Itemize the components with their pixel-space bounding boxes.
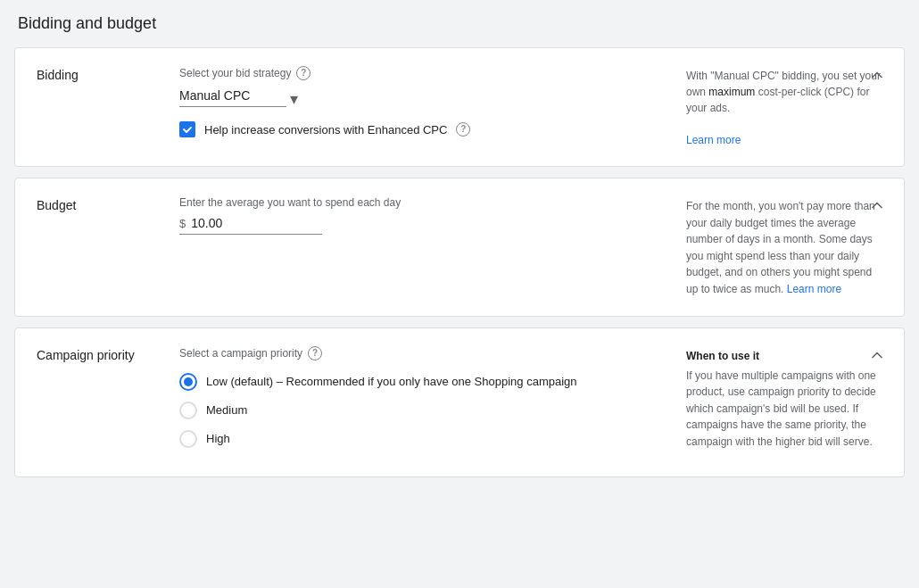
campaign-priority-content: Select a campaign priority ? Low (defaul… (179, 346, 686, 459)
bidding-help: With "Manual CPC" bidding, you set your … (686, 66, 882, 148)
bid-strategy-dropdown[interactable]: Manual CPC ▾ (179, 86, 665, 109)
radio-low-inner (184, 377, 193, 386)
priority-option-medium[interactable]: Medium (179, 402, 665, 419)
campaign-priority-help: When to use it If you have multiple camp… (686, 346, 882, 451)
priority-option-high-label: High (206, 432, 230, 445)
budget-card: Budget Enter the average you want to spe… (14, 178, 905, 317)
radio-high-outer (179, 430, 197, 448)
bid-strategy-arrow-icon: ▾ (290, 89, 298, 109)
bidding-collapse-button[interactable] (865, 62, 890, 87)
enhanced-cpc-row: Help increase conversions with Enhanced … (179, 121, 665, 137)
bid-strategy-label-row: Select your bid strategy ? (179, 66, 665, 80)
budget-input-wrapper[interactable]: $ 10.00 (179, 216, 322, 235)
budget-help: For the month, you won't pay more than y… (686, 196, 882, 298)
budget-learn-more-link[interactable]: Learn more (787, 283, 841, 295)
budget-collapse-button[interactable] (865, 193, 890, 218)
radio-medium-outer (179, 402, 197, 419)
bidding-learn-more-link[interactable]: Learn more (686, 134, 741, 146)
bidding-help-text-part1: With "Manual CPC" bidding, you set your … (686, 70, 881, 114)
bid-strategy-help-icon[interactable]: ? (296, 66, 310, 80)
priority-option-high[interactable]: High (179, 430, 665, 448)
budget-currency-symbol: $ (179, 217, 186, 230)
page-title: Bidding and budget (14, 14, 905, 33)
budget-content: Enter the average you want to spend each… (179, 196, 686, 235)
enhanced-cpc-help-icon[interactable]: ? (456, 122, 470, 137)
budget-section-label: Budget (37, 196, 179, 212)
priority-option-low[interactable]: Low (default) – Recommended if you only … (179, 373, 665, 391)
priority-select-label: Select a campaign priority (179, 347, 302, 360)
priority-help-title: When to use it (686, 348, 882, 364)
priority-option-medium-label: Medium (206, 403, 247, 417)
enhanced-cpc-checkbox[interactable] (179, 121, 195, 137)
priority-label-row: Select a campaign priority ? (179, 346, 665, 360)
budget-input-label: Enter the average you want to spend each… (179, 196, 665, 209)
campaign-priority-card: Campaign priority Select a campaign prio… (14, 327, 905, 477)
campaign-priority-collapse-button[interactable] (865, 343, 890, 368)
enhanced-cpc-label: Help increase conversions with Enhanced … (204, 123, 447, 137)
bidding-content: Select your bid strategy ? Manual CPC ▾ … (179, 66, 686, 137)
priority-option-low-label: Low (default) – Recommended if you only … (206, 375, 577, 388)
bidding-section-label: Bidding (37, 66, 179, 82)
radio-low-outer (179, 373, 197, 391)
bid-strategy-text: Select your bid strategy (179, 67, 291, 79)
campaign-priority-section-label: Campaign priority (37, 346, 179, 362)
bid-strategy-selected[interactable]: Manual CPC (179, 88, 286, 107)
priority-help-icon[interactable]: ? (308, 346, 322, 360)
budget-value[interactable]: 10.00 (191, 216, 222, 230)
priority-help-text: If you have multiple campaigns with one … (686, 368, 882, 451)
bidding-card: Bidding Select your bid strategy ? Manua… (14, 47, 905, 167)
budget-help-text: For the month, you won't pay more than y… (686, 200, 875, 295)
